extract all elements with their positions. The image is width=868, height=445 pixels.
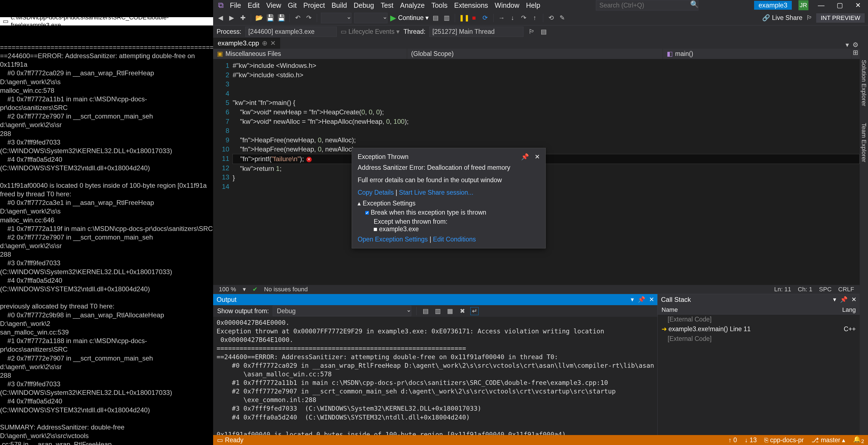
- zoom-level[interactable]: 100 %: [219, 286, 236, 293]
- panel-dropdown-icon[interactable]: ▾: [631, 296, 634, 303]
- output-tool-icon[interactable]: ▤: [422, 307, 430, 315]
- break-checkbox[interactable]: [365, 211, 369, 215]
- output-from-select[interactable]: Debug: [273, 306, 411, 316]
- stack-icon[interactable]: ▤: [539, 28, 548, 35]
- restart-icon[interactable]: ⟳: [481, 14, 489, 22]
- status-repo[interactable]: ⎘ cpp-docs-pr: [764, 436, 804, 444]
- exe-checkbox-label[interactable]: example3.exe: [374, 226, 419, 233]
- liveshare-link[interactable]: Start Live Share session...: [399, 189, 473, 196]
- search-input[interactable]: [596, 0, 699, 10]
- exception-settings-label[interactable]: Exception Settings: [363, 200, 416, 207]
- team-explorer-tab[interactable]: Team Explorer: [860, 123, 867, 162]
- vs-logo-icon[interactable]: ⧉: [215, 1, 226, 10]
- error-indicator-icon[interactable]: ✕: [306, 157, 312, 162]
- tool-icon[interactable]: ▤: [432, 14, 440, 22]
- output-tool-icon3[interactable]: ▦: [446, 307, 454, 315]
- cs-dropdown-icon[interactable]: ▾: [833, 296, 836, 303]
- nav-project[interactable]: ▣Miscellaneous Files: [213, 49, 407, 59]
- nav-scope[interactable]: (Global Scope): [407, 49, 663, 59]
- step-over-icon[interactable]: ↷: [520, 14, 528, 22]
- line-indicator[interactable]: Ln: 11: [774, 286, 791, 293]
- copy-details-link[interactable]: Copy Details: [358, 189, 394, 196]
- saveall-icon[interactable]: 💾: [277, 14, 285, 22]
- output-wrap-icon[interactable]: ↵: [470, 307, 478, 315]
- menu-debug[interactable]: Debug: [353, 1, 374, 9]
- cs-close-icon[interactable]: ✕: [851, 296, 856, 303]
- crlf-indicator[interactable]: CRLF: [838, 286, 854, 293]
- panel-close-icon[interactable]: ✕: [649, 296, 654, 303]
- liveshare-button[interactable]: 🔗 Live Share: [762, 14, 802, 22]
- console-titlebar[interactable]: ▭ c:\MSDN\cpp-docs-pr\docs\sanitizers\SR…: [0, 17, 213, 26]
- tool-icon3[interactable]: ⟲: [547, 14, 555, 22]
- close-button[interactable]: ✕: [852, 1, 864, 9]
- save-icon[interactable]: 💾: [266, 14, 274, 22]
- exe-checkbox[interactable]: [374, 228, 377, 231]
- panel-pin-icon[interactable]: 📌: [638, 296, 645, 303]
- menu-extensions[interactable]: Extensions: [454, 1, 488, 9]
- platform-select[interactable]: [354, 13, 388, 23]
- menu-git[interactable]: Git: [288, 1, 297, 9]
- zoom-dropdown-icon[interactable]: ▾: [243, 286, 246, 293]
- issues-text[interactable]: No issues found: [264, 286, 308, 293]
- menu-test[interactable]: Test: [381, 1, 394, 9]
- cs-pin-icon[interactable]: 📌: [840, 296, 847, 303]
- menu-file[interactable]: File: [230, 1, 241, 9]
- user-avatar[interactable]: JR: [799, 0, 808, 10]
- maximize-button[interactable]: ▢: [834, 1, 846, 9]
- continue-button[interactable]: ▶ Continue ▾: [390, 13, 429, 23]
- status-notifications[interactable]: 🔔2: [853, 436, 864, 444]
- code-content[interactable]: #"kw">include <Windows.h>#"kw">include <…: [232, 59, 860, 285]
- step-out-icon[interactable]: ↑: [531, 14, 539, 22]
- output-clear-icon[interactable]: ✖: [458, 307, 466, 315]
- tab-close-icon[interactable]: ✕: [270, 39, 276, 47]
- tab-dropdown-icon[interactable]: ▾: [843, 41, 851, 49]
- editor-tab[interactable]: example3.cpp ⊕ ✕: [213, 38, 280, 49]
- callstack-row[interactable]: [External Code]: [658, 334, 860, 344]
- menu-window[interactable]: Window: [495, 1, 519, 9]
- menu-edit[interactable]: Edit: [248, 1, 260, 9]
- split-icon[interactable]: ⊞: [851, 49, 860, 59]
- solution-explorer-tab[interactable]: Solution Explorer: [860, 60, 867, 106]
- tool-icon4[interactable]: ✎: [558, 14, 566, 22]
- step-into-icon[interactable]: ↓: [508, 14, 517, 22]
- process-select[interactable]: [244600] example3.exe: [245, 27, 337, 37]
- tool-icon2[interactable]: ▥: [442, 14, 451, 22]
- status-branch[interactable]: ⎇ master ▴: [811, 436, 845, 444]
- flag-icon[interactable]: 🏳: [527, 28, 536, 35]
- status-pull[interactable]: ↓ 13: [745, 436, 756, 444]
- menu-help[interactable]: Help: [526, 1, 540, 9]
- feedback-icon[interactable]: 🏳: [805, 14, 813, 22]
- callstack-title[interactable]: Call Stack ▾ 📌 ✕: [658, 294, 860, 305]
- tab-gear-icon[interactable]: ⚙: [851, 41, 860, 49]
- minimize-button[interactable]: —: [815, 1, 827, 9]
- menu-build[interactable]: Build: [332, 1, 347, 9]
- output-title[interactable]: Output ▾ 📌 ✕: [213, 294, 657, 305]
- nav-fwd-icon[interactable]: ▶: [227, 14, 236, 22]
- code-editor[interactable]: 1234567891011121314 #"kw">include <Windo…: [213, 59, 860, 285]
- edit-conditions-link[interactable]: Edit Conditions: [433, 236, 476, 243]
- callstack-row[interactable]: ➜example3.exe!main() Line 11C++: [658, 324, 860, 334]
- lifecycle-events[interactable]: ▭ Lifecycle Events ▾: [341, 28, 400, 35]
- status-push[interactable]: ↑ 0: [728, 436, 737, 444]
- popup-close-icon[interactable]: ✕: [535, 153, 540, 160]
- col-indicator[interactable]: Ch: 1: [798, 286, 813, 293]
- step-arrow-icon[interactable]: →: [497, 14, 506, 22]
- break-checkbox-label[interactable]: Break when this exception type is thrown: [365, 209, 486, 216]
- redo-icon[interactable]: ↷: [305, 14, 313, 22]
- nav-member[interactable]: ◧main(): [663, 49, 851, 59]
- output-tool-icon2[interactable]: ▥: [434, 307, 442, 315]
- open-icon[interactable]: 📂: [255, 14, 263, 22]
- new-item-icon[interactable]: ✚: [239, 14, 247, 22]
- cs-col-lang[interactable]: Lang: [842, 306, 856, 313]
- menu-project[interactable]: Project: [304, 1, 325, 9]
- config-select[interactable]: [321, 13, 351, 23]
- thread-select[interactable]: [251272] Main Thread: [429, 27, 524, 37]
- popup-pin-icon[interactable]: 📌: [521, 153, 529, 160]
- menu-view[interactable]: View: [266, 1, 281, 9]
- pause-icon[interactable]: ❚❚: [459, 14, 467, 22]
- stop-icon[interactable]: ■: [470, 14, 478, 22]
- spc-indicator[interactable]: SPC: [819, 286, 831, 293]
- menu-analyze[interactable]: Analyze: [400, 1, 425, 9]
- undo-icon[interactable]: ↶: [293, 14, 302, 22]
- solution-name[interactable]: example3: [754, 1, 792, 10]
